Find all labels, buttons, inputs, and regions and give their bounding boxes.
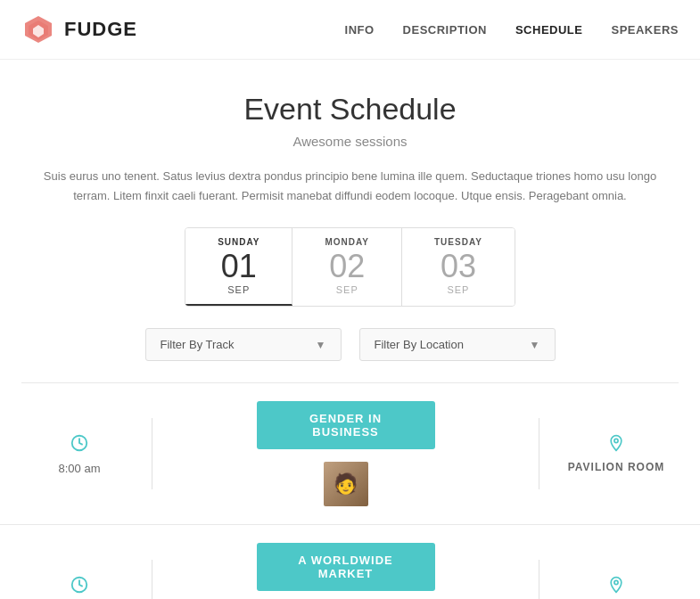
session-btn-2[interactable]: A WORLDWIDE MARKET	[257, 543, 435, 591]
pin-icon-1	[607, 434, 625, 455]
schedule-location-2: AUDITORIUM	[554, 576, 679, 599]
page-description: Suis eurus uno tenent. Satus levius dext…	[12, 167, 689, 227]
schedule-content-1: GENDER IN BUSINESS 🧑	[167, 401, 524, 506]
logo: FUDGE	[21, 12, 137, 46]
location-text-1: PAVILION ROOM	[568, 461, 665, 473]
date-tab-month-0: SEP	[227, 284, 250, 295]
vertical-divider-2b	[539, 560, 539, 599]
date-tab-day-2: TUESDAY	[434, 237, 482, 247]
svg-point-4	[614, 439, 618, 443]
date-tab-sunday[interactable]: SUNDAY 01 SEP	[185, 228, 292, 306]
nav-schedule[interactable]: SCHEDULE	[515, 23, 583, 37]
date-tab-num-2: 03	[441, 250, 476, 283]
schedule-time-1: 8:00 am	[21, 433, 137, 475]
schedule-content-2: A WORLDWIDE MARKET 🥂 🎭	[167, 543, 524, 599]
schedule-row-1: 8:00 am GENDER IN BUSINESS 🧑 PAVILION RO…	[0, 383, 700, 525]
session-avatars-1: 🧑	[324, 462, 368, 506]
chevron-down-icon-2: ▼	[530, 339, 540, 351]
logo-icon	[21, 12, 55, 46]
date-tab-num-1: 02	[329, 250, 365, 283]
page-subtitle: Awesome sessions	[21, 134, 679, 149]
vertical-divider-2	[152, 560, 152, 599]
filter-track-label: Filter By Track	[161, 338, 235, 351]
page-title: Event Schedule	[21, 92, 679, 127]
clock-icon-1	[70, 433, 89, 456]
clock-icon-2	[70, 575, 89, 598]
schedule-row-2: 12:00 pm A WORLDWIDE MARKET 🥂 🎭 AUDITORI…	[0, 525, 700, 599]
date-tab-num-0: 01	[221, 250, 257, 283]
navbar: FUDGE INFO DESCRIPTION SCHEDULE SPEAKERS	[0, 0, 700, 60]
nav-speakers[interactable]: SPEAKERS	[611, 23, 679, 37]
vertical-divider-1	[152, 418, 152, 489]
date-tab-month-2: SEP	[447, 284, 469, 295]
avatar-1: 🧑	[324, 462, 368, 506]
nav-description[interactable]: DESCRIPTION	[403, 23, 487, 37]
date-tab-tuesday[interactable]: TUESDAY 03 SEP	[402, 228, 515, 306]
date-tab-monday[interactable]: MONDAY 02 SEP	[292, 228, 402, 306]
page-header: Event Schedule Awesome sessions	[0, 60, 700, 167]
date-tab-day-0: SUNDAY	[218, 237, 259, 247]
date-tab-day-1: MONDAY	[325, 237, 369, 247]
svg-point-6	[614, 581, 618, 585]
schedule-location-1: PAVILION ROOM	[554, 434, 679, 473]
pin-icon-2	[607, 576, 625, 597]
schedule-time-2: 12:00 pm	[21, 575, 137, 599]
filter-location[interactable]: Filter By Location ▼	[359, 328, 556, 361]
logo-text: FUDGE	[64, 18, 137, 41]
session-btn-1[interactable]: GENDER IN BUSINESS	[257, 401, 435, 449]
filter-track[interactable]: Filter By Track ▼	[145, 328, 342, 361]
filters: Filter By Track ▼ Filter By Location ▼	[0, 328, 700, 382]
time-text-1: 8:00 am	[59, 462, 101, 475]
filter-location-label: Filter By Location	[375, 338, 464, 351]
nav-links: INFO DESCRIPTION SCHEDULE SPEAKERS	[345, 23, 679, 37]
nav-info[interactable]: INFO	[345, 23, 375, 37]
chevron-down-icon: ▼	[316, 339, 326, 351]
vertical-divider-1b	[539, 418, 539, 489]
date-tab-month-1: SEP	[336, 284, 358, 295]
date-tabs: SUNDAY 01 SEP MONDAY 02 SEP TUESDAY 03 S…	[185, 227, 515, 307]
